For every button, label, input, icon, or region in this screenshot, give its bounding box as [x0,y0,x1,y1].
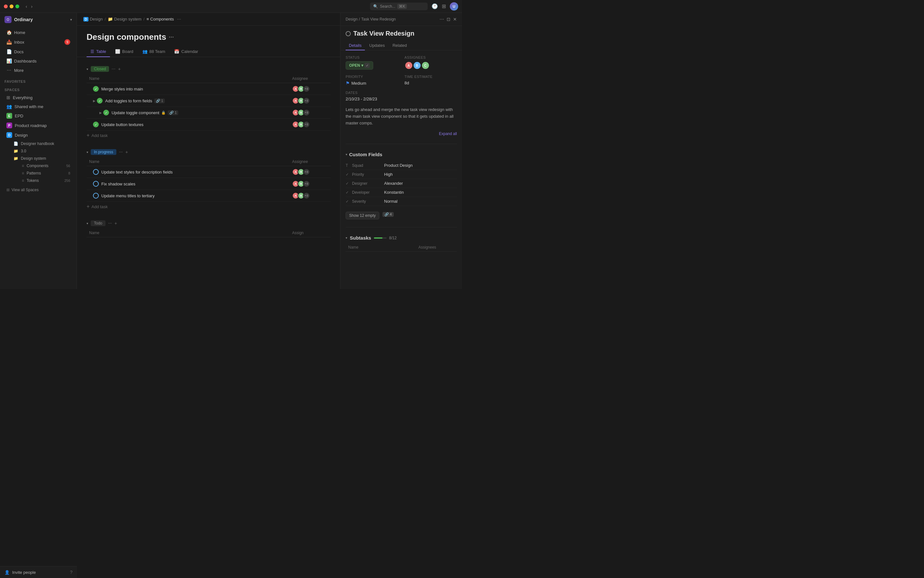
sidebar-item-designer-handbook[interactable]: 📄 Designer handbook [6,140,75,147]
sidebar-item-product[interactable]: P Product roadmap [2,121,75,130]
sidebar-item-inbox[interactable]: 📥 Inbox 9 [2,37,75,47]
sidebar-item-everything[interactable]: ⊞ Everything [2,93,75,102]
group-add-icon[interactable]: + [115,221,117,226]
tab-board[interactable]: ⬜ Board [111,47,137,57]
section-divider [345,144,457,144]
breadcrumb-label: Design system [114,17,141,21]
product-dot: P [6,123,12,128]
panel-avatar[interactable]: C [421,61,430,70]
minimize-button[interactable] [10,5,13,8]
tab-details[interactable]: Details [345,41,365,50]
panel-header: Design / Task View Redesign ⋯ ⊡ ✕ [340,13,462,26]
group-options-icon[interactable]: ⋯ [119,150,123,154]
sidebar-item-dashboards[interactable]: 📊 Dashboards [2,57,75,65]
sidebar-item-more[interactable]: ⋯ More [2,66,75,75]
show-empty-button[interactable]: Show 12 empty [345,212,379,219]
table-row[interactable]: ✓ Merge styles into main A B +3 [87,83,331,95]
sidebar-item-components[interactable]: ≡ Components 56 [13,162,75,169]
sidebar-item-epd[interactable]: E EPD [2,111,75,120]
collapse-icon[interactable]: ▾ [345,236,347,240]
sidebar-item-patterns[interactable]: ≡ Patterns 8 [13,170,75,177]
more-icon[interactable]: ⋯ [439,17,444,22]
add-task-label: Add task [91,204,108,209]
titlebar-right: 🔍 Search... ⌘K 🕐 ⊞ U [370,2,458,11]
workspace-header[interactable]: O Ordinary ▾ [0,13,77,26]
add-task-inprogress[interactable]: + Add task [87,202,331,211]
forward-button[interactable]: › [30,3,34,10]
split-view-icon[interactable]: ⊡ [447,17,451,22]
closed-badge[interactable]: Closed [91,66,109,72]
folder-icon: 📁 [13,149,18,153]
sidebar-item-tokens[interactable]: ≡ Tokens 256 [13,177,75,184]
status-badge[interactable]: OPEN ▾ ✓ [345,61,373,70]
view-all-spaces[interactable]: ⊞ View all Spaces [2,185,75,195]
notifications-icon[interactable]: 🕐 [431,3,438,9]
tab-updates[interactable]: Updates [366,41,388,50]
group-options-icon[interactable]: ⋯ [112,67,115,71]
collapse-icon[interactable]: ▾ [87,222,88,225]
panel-avatar[interactable]: A [405,61,413,70]
col-name-label: Name [87,76,292,81]
panel-avatar[interactable]: B [413,61,421,70]
user-avatar[interactable]: U [450,2,458,11]
inprogress-badge[interactable]: In progress [91,149,117,155]
sidebar-item-label: Dashboards [14,59,37,63]
sidebar-item-label: Inbox [14,40,24,45]
titlebar: ‹ › 🔍 Search... ⌘K 🕐 ⊞ U [0,0,462,13]
sidebar-item-design[interactable]: D Design [2,131,75,140]
close-button[interactable] [4,5,8,8]
group-options-icon[interactable]: ⋯ [108,221,112,226]
breadcrumb-design-system[interactable]: 📁 Design system [108,17,141,21]
group-add-icon[interactable]: + [118,67,120,71]
collapse-icon[interactable]: ▾ [345,153,347,156]
status-icon: ✓ [93,86,99,92]
expand-icon[interactable]: ▶ [99,111,102,115]
subtasks-table-header: Name Assignees [345,243,457,252]
back-button[interactable]: ‹ [24,3,29,10]
sidebar-item-docs[interactable]: 📄 Docs [2,47,75,56]
grid-icon[interactable]: ⊞ [442,3,446,9]
expand-icon[interactable]: ▶ [93,99,96,103]
collapse-icon[interactable]: ▾ [87,67,88,71]
folder-label: Designer handbook [21,141,54,146]
cf-label: Priority [352,172,384,177]
tab-table[interactable]: ☰ Table [87,47,110,57]
breadcrumb-components[interactable]: ≡ Components [146,17,174,21]
time-estimate-value: 8d [405,81,457,85]
table-header-todo: Name Assign [87,229,331,237]
checkbox-icon: ✓ [345,172,352,177]
workspace-icon: O [5,16,11,23]
link-icon: 🔗 [384,212,389,216]
table-row[interactable]: Fix shadow scales A B +3 [87,178,331,190]
search-bar[interactable]: 🔍 Search... ⌘K [370,3,428,10]
tab-team[interactable]: 👥 88 Team [138,47,169,57]
page-options-icon[interactable]: ⋯ [169,34,174,40]
table-row[interactable]: ✓ Update button textures A B +3 [87,119,331,131]
sidebar-item-home[interactable]: 🏠 Home [2,28,75,37]
tab-related[interactable]: Related [389,41,410,50]
expand-all-button[interactable]: Expand all [345,132,457,136]
close-icon[interactable]: ✕ [453,17,457,22]
add-icon: + [87,204,89,209]
shared-icon: 👥 [6,104,12,109]
sidebar-item-shared[interactable]: 👥 Shared with me [2,102,75,110]
tab-calendar[interactable]: 📅 Calendar [170,47,202,57]
sidebar-nav: 🏠 Home 📥 Inbox 9 📄 Docs 📊 Dashboards ⋯ M… [0,26,77,76]
breadcrumb-design[interactable]: D Design [83,17,102,21]
table-row[interactable]: ▶ ✓ Add toggles to form fields 🔗 1 A B +… [87,95,331,107]
todo-badge[interactable]: Todo [91,220,105,226]
maximize-button[interactable] [15,5,19,8]
design-children: 📄 Designer handbook 📁 3.0 📁 Design syste… [0,140,77,184]
sidebar-item-label: Docs [14,49,24,54]
sidebar-item-design-system[interactable]: 📁 Design system [6,155,75,162]
table-row[interactable]: Update menu titles to tertiary A B +3 [87,190,331,202]
collapse-icon[interactable]: ▾ [87,151,88,154]
add-task-closed[interactable]: + Add task [87,131,331,140]
sidebar-item-3.0[interactable]: 📁 3.0 [6,148,75,154]
table-row[interactable]: Update text styles for description field… [87,166,331,178]
table-row[interactable]: ▶ ✓ Update toggle component 🔒 🔗 1 A B +3 [87,107,331,119]
breadcrumb-more-icon[interactable]: ⋯ [177,17,181,21]
grid-icon: ⊞ [6,188,10,192]
task-assignees: A B +3 [292,109,331,116]
group-add-icon[interactable]: + [125,149,128,154]
